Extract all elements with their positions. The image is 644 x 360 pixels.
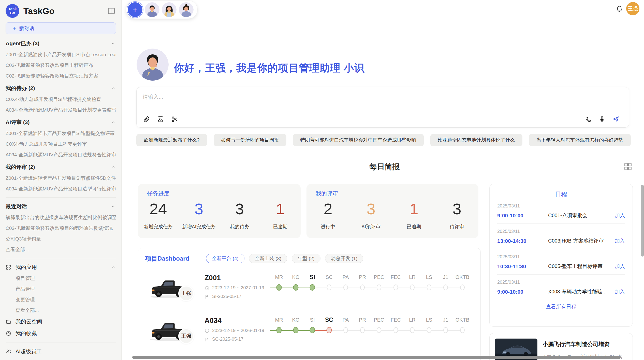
cloud-folder-icon [6,319,11,325]
sidebar-header: Task Go TaskGo [6,4,116,18]
milestone-dot [443,327,448,333]
milestone-dot [343,284,348,290]
project-row-z001[interactable]: 王强 Z001 2023-12-19 ~ 2027-01-19 SI-2025-… [138,267,480,306]
suggestion-chip[interactable]: 如何写一份清晰的项目周报 [214,134,286,146]
sidebar-task-item[interactable]: C0X4-动力总成开发项目SI里程碑提交物检查 [6,94,116,105]
project-flag-milestone: SI-2025-05-17 [204,294,277,299]
filter-powertrain[interactable]: 动总开发 (1) [325,254,363,263]
milestone-dot [427,284,431,290]
session-avatar-1[interactable] [145,2,159,17]
sidebar-task-item[interactable]: A034-全新新能源MUV产品开发项目计划变更表编写 [6,105,116,115]
recent-chat-item[interactable]: 公司Q3轻卡销量 [6,234,116,244]
stat-review-overdue: 1 已逾期 [392,200,435,230]
section-ai-review[interactable]: AI评审 (3) [6,116,116,128]
daily-brief-title: 每日简报 [136,162,633,172]
my-reviews-title: 我的评审 [316,190,338,198]
session-avatar-2[interactable] [162,2,177,17]
section-recent-chats[interactable]: 最近对话 [6,201,116,212]
project-row-a034[interactable]: 王强 A034 2023-12-19 ~ 2026-01-19 SC-2025-… [138,310,480,349]
microphone-icon[interactable] [598,116,606,123]
sidebar-task-item[interactable]: Z001-全新燃油皮卡产品开发项目SI节点Lesson Learn报告 [6,49,116,60]
chevron-up-icon[interactable] [111,120,116,125]
section-my-review[interactable]: 我的评审 (2) [6,161,116,173]
horizontal-scrollbar[interactable] [132,356,621,359]
project-flag-milestone: SC-2025-05-17 [204,337,277,342]
schedule-date: 2025/03/11 [497,229,625,234]
recent-chats-view-all[interactable]: 查看全部... [6,244,116,255]
sidebar-collapse-icon[interactable] [107,7,116,15]
milestone-dot-done [293,327,299,333]
sidebar-item-cloud-space[interactable]: 我的云空间 [6,316,116,327]
milestone-dot [410,284,415,290]
stat-new-done: 24 新增完成任务 [138,200,179,230]
suggestion-chip[interactable]: 当下年轻人对汽车外观有怎样的喜好趋势 [529,134,631,146]
app-item-change-mgmt[interactable]: 变更管理 [6,294,116,305]
greeting-text: 你好，王强，我是你的项目管理助理 小识 [174,61,364,75]
milestone-dot-current [310,284,315,291]
news-title: 小鹏飞行汽车制造公司增资 [543,340,626,348]
layout-grid-icon[interactable] [623,162,633,171]
app-item-project-mgmt[interactable]: 项目管理 [6,273,116,284]
recent-chat-item[interactable]: 解释最新出台的欧盟报废车法规再生塑料比例被调至15%... [6,212,116,223]
logo-line2: Go [10,11,15,15]
sidebar-item-my-apps[interactable]: 我的应用 [6,261,116,273]
join-meeting-link[interactable]: 加入 [615,288,625,295]
sidebar-task-item[interactable]: C0X4-动力总成开发项目工程变更评审 [6,139,116,149]
schedule-time: 9:00-10:00 [497,213,548,219]
notification-bell-icon[interactable] [616,5,623,13]
view-all-schedule-link[interactable]: 查看所有日程 [497,303,625,310]
new-chat-button[interactable]: + 新对话 [6,22,116,34]
sidebar-task-item[interactable]: A034-全新新能源MUV产品开发项目法规符合性评审 [6,149,116,160]
chevron-up-icon[interactable] [111,265,116,270]
vertical-scrollbar[interactable] [641,185,644,257]
section-agent-done[interactable]: Agent已办 (3) [6,38,116,49]
phone-icon[interactable] [585,116,592,123]
join-meeting-link[interactable]: 加入 [615,237,625,244]
image-icon[interactable] [157,116,164,123]
clock-icon [204,328,210,333]
sidebar-item-help-write[interactable]: 帮我写作 [6,357,116,360]
send-icon[interactable] [612,116,619,123]
join-meeting-link[interactable]: 加入 [615,263,625,270]
project-code: Z001 [204,274,277,282]
sidebar-task-item[interactable]: C02-飞腾新能源轻客改款项目里程碑画布 [6,60,116,71]
message-composer[interactable]: 请输入... [136,87,629,128]
milestone-dot [377,327,381,333]
schedule-item: 2025/03/11 9:00-10:00 C001-立项审批会 加入 [497,198,625,224]
suggestion-chip[interactable]: 欧洲新规最近颁布了什么? [136,134,207,146]
project-owner-badge: 王强 [178,286,194,301]
join-meeting-link[interactable]: 加入 [615,212,625,219]
schedule-time: 10:30-11:30 [497,263,548,269]
attachment-icon[interactable] [143,116,150,123]
filter-new-body[interactable]: 全新上装 (3) [249,254,287,263]
suggestion-chip[interactable]: 特朗普可能对进口汽车增税会对中国车企造成哪些影响 [293,134,424,146]
sidebar-item-ai-employee[interactable]: AI超级员工 [6,346,116,357]
divider [6,342,116,342]
sidebar-task-item[interactable]: A034-全新新能源MUV产品开发项目造型可行性评审 [6,184,116,194]
dashboard-filters: 全新平台 (4) 全新上装 (3) 年型 (2) 动总开发 (1) [206,254,363,263]
recent-chat-item[interactable]: C02-飞腾新能源轻客改款项目的闭环通告反馈情况 [6,223,116,234]
filter-new-platform[interactable]: 全新平台 (4) [206,254,244,263]
sidebar-task-item[interactable]: Z001-全新燃油轻卡产品开发项目SI造型提交物评审 [6,128,116,139]
suggestion-chip[interactable]: 比亚迪全固态电池计划具体说了什么 [430,134,522,146]
user-avatar[interactable]: 王强 [626,2,639,15]
section-my-todo[interactable]: 我的待办 (2) [6,82,116,94]
milestone-dot-overdue [327,327,332,333]
chevron-up-icon[interactable] [111,164,116,170]
chevron-up-icon[interactable] [111,86,116,91]
app-item-product-mgmt[interactable]: 产品管理 [6,284,116,294]
add-session-button[interactable]: + [128,2,142,17]
daily-brief-header: 每日简报 [136,162,633,172]
apps-view-all[interactable]: 查看全部... [6,305,116,316]
schedule-event-name: C003|H0B-方案冻结评审 [548,237,615,244]
session-avatar-3[interactable] [179,2,194,17]
filter-model-year[interactable]: 年型 (2) [292,254,320,263]
sidebar-item-favorites[interactable]: 我的收藏 [6,327,116,339]
chevron-up-icon[interactable] [111,41,116,46]
sidebar-task-item[interactable]: C02-飞腾新能源轻客改款项目立项汇报方案 [6,71,116,81]
milestone-dot [377,284,381,290]
schedule-date: 2025/03/11 [497,280,625,285]
chevron-up-icon[interactable] [111,204,116,209]
scissors-icon[interactable] [171,116,178,123]
sidebar-task-item[interactable]: Z001-全新燃油轻卡产品开发项目SI节点属性5D文件评审 [6,173,116,184]
